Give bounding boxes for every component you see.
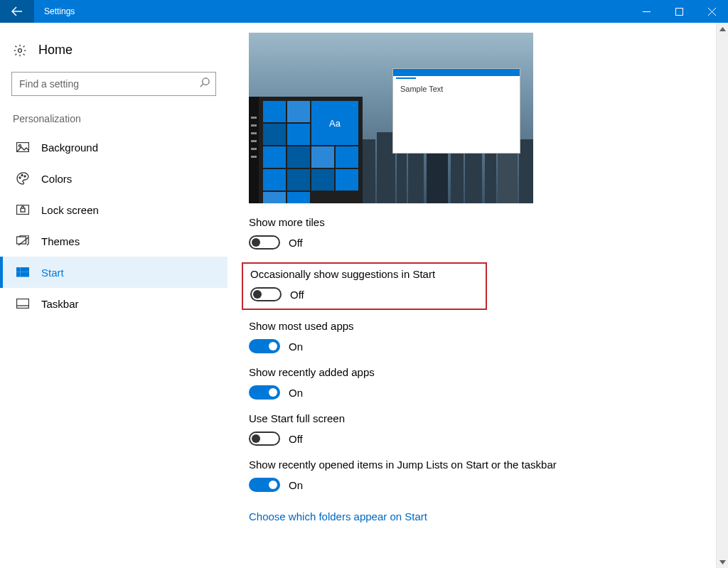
search-input[interactable] (19, 78, 199, 90)
main-panel: Aa Sample Text Show more tiles Off (228, 23, 728, 568)
toggle-suggestions[interactable] (250, 287, 282, 301)
setting-recently-added: Show recently added apps On (249, 366, 700, 400)
lock-screen-icon (16, 203, 30, 217)
scroll-up-arrow[interactable] (717, 23, 729, 35)
setting-label: Use Start full screen (249, 412, 700, 424)
toggle-state: Off (289, 237, 303, 249)
svg-rect-14 (21, 272, 29, 277)
nav-label: Themes (41, 235, 80, 247)
nav-label: Start (41, 267, 64, 279)
titlebar: Settings (0, 0, 728, 23)
sidebar-item-themes[interactable]: Themes (0, 225, 228, 257)
search-box[interactable] (11, 72, 216, 96)
toggle-jump-lists[interactable] (249, 478, 280, 492)
svg-rect-15 (17, 299, 29, 309)
svg-rect-0 (675, 8, 682, 15)
nav-label: Lock screen (41, 204, 99, 216)
minimize-button[interactable] (630, 0, 663, 23)
toggle-show-more-tiles[interactable] (249, 235, 280, 250)
gear-icon (13, 43, 28, 58)
toggle-most-used[interactable] (249, 339, 280, 353)
sidebar-item-lock-screen[interactable]: Lock screen (0, 194, 228, 225)
scroll-down-arrow[interactable] (717, 556, 729, 568)
start-preview: Aa Sample Text (249, 33, 533, 203)
setting-label: Show most used apps (249, 320, 700, 332)
setting-label: Occasionally show suggestions in Start (250, 268, 478, 280)
sidebar-item-start[interactable]: Start (0, 257, 228, 288)
svg-rect-12 (21, 267, 29, 272)
setting-label: Show recently added apps (249, 366, 700, 378)
palette-icon (16, 171, 30, 186)
setting-full-screen: Use Start full screen Off (249, 412, 700, 446)
nav-label: Background (41, 141, 98, 154)
window-title: Settings (44, 6, 75, 16)
svg-rect-9 (21, 208, 25, 212)
svg-rect-11 (16, 267, 20, 272)
toggle-state: On (289, 479, 303, 491)
window-controls (630, 0, 728, 23)
setting-most-used-apps: Show most used apps On (249, 320, 700, 353)
setting-label: Show more tiles (249, 216, 700, 228)
preview-sample-window: Sample Text (392, 68, 520, 154)
sample-window-text: Sample Text (393, 76, 520, 102)
search-icon (199, 77, 210, 90)
preview-tile-text: Aa (311, 101, 358, 145)
maximize-button[interactable] (663, 0, 695, 23)
svg-point-1 (18, 48, 22, 52)
toggle-state: Off (290, 289, 304, 301)
svg-point-4 (19, 145, 21, 147)
vertical-scrollbar[interactable] (716, 23, 728, 568)
setting-jump-lists: Show recently opened items in Jump Lists… (249, 459, 700, 492)
nav-label: Taskbar (41, 298, 79, 310)
toggle-state: On (289, 387, 303, 399)
toggle-full-screen[interactable] (249, 432, 280, 446)
svg-point-7 (24, 176, 26, 177)
themes-icon (16, 234, 30, 248)
start-icon (16, 265, 30, 279)
sidebar-item-home[interactable]: Home (0, 36, 228, 65)
choose-folders-link[interactable]: Choose which folders appear on Start (249, 510, 427, 523)
sidebar: Home Personalization Background (0, 23, 228, 568)
picture-icon (16, 140, 30, 154)
svg-rect-13 (16, 272, 20, 277)
toggle-recently-added[interactable] (249, 385, 280, 400)
sidebar-item-taskbar[interactable]: Taskbar (0, 288, 228, 319)
sidebar-item-colors[interactable]: Colors (0, 163, 228, 194)
taskbar-icon (16, 296, 30, 311)
svg-point-5 (19, 177, 21, 178)
setting-show-more-tiles: Show more tiles Off (249, 216, 700, 250)
highlighted-setting: Occasionally show suggestions in Start O… (242, 262, 487, 310)
close-button[interactable] (695, 0, 728, 23)
toggle-state: Off (289, 433, 303, 445)
toggle-state: On (289, 341, 303, 353)
svg-point-6 (21, 175, 23, 176)
back-button[interactable] (0, 0, 34, 23)
home-label: Home (38, 43, 73, 58)
nav-label: Colors (41, 173, 72, 185)
setting-label: Show recently opened items in Jump Lists… (249, 459, 700, 471)
sidebar-item-background[interactable]: Background (0, 132, 228, 163)
sidebar-section-header: Personalization (0, 109, 228, 132)
